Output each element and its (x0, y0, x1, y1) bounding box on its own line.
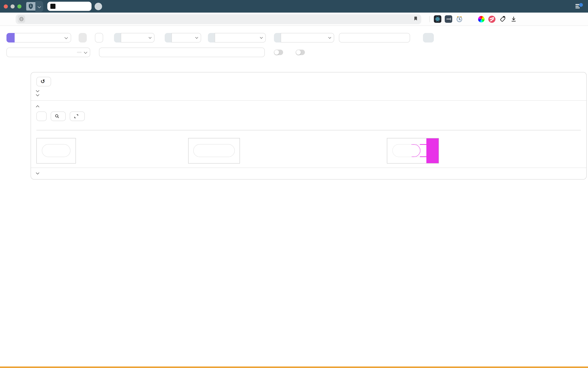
diff-mode-label (274, 33, 281, 43)
app-window: 1 (0, 0, 588, 368)
code-extension-icon[interactable] (466, 15, 474, 23)
new-tab-button[interactable] (95, 2, 102, 10)
test-tree-passed-branch (7, 179, 588, 185)
base-host-input[interactable] (339, 33, 410, 43)
strict-match-toggle[interactable] (274, 50, 283, 55)
password-manager-icon[interactable] (445, 15, 452, 23)
retry-button[interactable]: ↺ (36, 77, 51, 86)
color-wheel-extension-icon[interactable] (477, 15, 485, 23)
switch-accept-mode-button[interactable] (70, 111, 85, 121)
group-by-control (208, 33, 266, 43)
react-devtools-icon[interactable] (434, 15, 441, 23)
diff-image[interactable] (387, 138, 439, 164)
control-row-filters (7, 48, 588, 57)
minimize-window-button[interactable] (10, 4, 15, 8)
group-by-label (208, 33, 215, 43)
diff-column (387, 136, 439, 164)
accept-opened-button[interactable] (95, 33, 103, 43)
meta-section-toggle[interactable] (36, 90, 581, 92)
test-result-panel: ↺ (31, 72, 587, 179)
expand-corners-icon (74, 114, 79, 119)
bookmark-icon[interactable] (412, 15, 419, 23)
show-tests-label (114, 33, 121, 43)
tag-extension-icon[interactable] (499, 15, 506, 23)
history-section-toggle[interactable] (36, 94, 581, 96)
site-globe-icon[interactable] (18, 15, 25, 23)
checkboxes-toggle[interactable] (296, 50, 305, 55)
expected-column (36, 136, 188, 164)
search-icon (55, 114, 59, 119)
chevron-up-icon (36, 105, 39, 109)
expected-button-render (42, 144, 70, 157)
svg-text:1: 1 (30, 4, 32, 8)
test-name-filter-input[interactable] (99, 48, 265, 57)
address-bar[interactable] (16, 14, 421, 24)
test-tree-failed-branch (7, 57, 588, 69)
run-button[interactable] (7, 33, 15, 43)
tab-list-chevron-icon[interactable] (35, 1, 43, 12)
page-screenshot-toggle[interactable] (36, 172, 581, 175)
red-badge-extension-icon[interactable] (488, 16, 495, 23)
browser-filter-select[interactable] (7, 48, 90, 57)
chevron-down-icon (195, 36, 198, 39)
browser-tab-gui-report[interactable] (47, 2, 92, 11)
chevron-down-icon (328, 36, 331, 39)
browser-titlebar: 1 (0, 0, 588, 13)
expected-image[interactable] (36, 138, 76, 164)
tab-favicon (50, 4, 56, 9)
diff-highlight-area (426, 138, 439, 163)
alarm-clock-extension-icon[interactable] (456, 15, 463, 23)
bottom-accent-bar (0, 367, 588, 368)
find-same-diffs-button[interactable] (51, 111, 66, 121)
diff-view-tabs (36, 130, 581, 130)
state-actions (36, 111, 581, 121)
expand-select[interactable] (171, 33, 201, 43)
run-control (7, 33, 71, 43)
browser-menu-icon[interactable] (575, 3, 584, 11)
tab-counter[interactable]: 1 (26, 1, 43, 12)
chevron-down-icon (36, 89, 39, 92)
group-by-select[interactable] (215, 33, 266, 43)
version-chip (423, 33, 434, 43)
expand-control (165, 33, 201, 43)
actual-column (188, 136, 387, 164)
actual-image[interactable] (188, 138, 240, 164)
retry-icon: ↺ (40, 79, 45, 84)
divider (31, 100, 586, 101)
expand-label (165, 33, 171, 43)
diff-mode-select[interactable] (281, 33, 334, 43)
chevron-down-icon (36, 93, 39, 96)
close-window-button[interactable] (4, 4, 8, 8)
state-plain-toggle[interactable] (36, 105, 581, 108)
browser-address-row (0, 13, 588, 26)
diff-mode-control (274, 33, 334, 43)
downloads-icon[interactable] (510, 15, 517, 23)
control-row-primary (7, 33, 588, 43)
chevron-down-icon (149, 36, 152, 39)
tab-counter-shield-icon: 1 (26, 2, 35, 10)
stop-tests-button[interactable] (79, 33, 87, 43)
report-page: ↺ (0, 26, 588, 185)
chevron-down-icon (84, 50, 87, 54)
chevron-down-icon (260, 36, 263, 39)
screenshot-comparison (36, 136, 581, 164)
divider (31, 168, 586, 168)
zoom-window-button[interactable] (17, 4, 21, 8)
chevron-down-icon (65, 36, 68, 39)
run-scope-select[interactable] (15, 33, 71, 43)
extension-icons (434, 15, 517, 23)
actual-button-render (193, 144, 235, 157)
toolbar-separator (429, 16, 430, 22)
show-tests-select[interactable] (121, 33, 154, 43)
show-tests-control (114, 33, 154, 43)
chevron-down-icon (36, 171, 39, 175)
accept-button[interactable] (36, 111, 47, 121)
window-controls (4, 4, 21, 8)
browser-filter-count-badge (77, 52, 82, 53)
